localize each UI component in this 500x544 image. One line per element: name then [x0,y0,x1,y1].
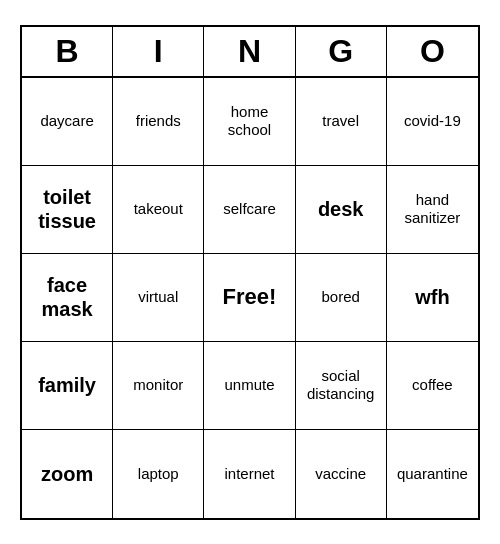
bingo-header-letter: G [296,27,387,76]
bingo-cell: wfh [387,254,478,342]
bingo-cell: unmute [204,342,295,430]
bingo-header: BINGO [22,27,478,78]
bingo-cell: internet [204,430,295,518]
bingo-cell: family [22,342,113,430]
bingo-cell: coffee [387,342,478,430]
bingo-header-letter: O [387,27,478,76]
bingo-cell: hand sanitizer [387,166,478,254]
bingo-header-letter: I [113,27,204,76]
bingo-cell: zoom [22,430,113,518]
bingo-header-letter: N [204,27,295,76]
bingo-cell: face mask [22,254,113,342]
bingo-cell: travel [296,78,387,166]
bingo-cell: laptop [113,430,204,518]
bingo-cell: vaccine [296,430,387,518]
bingo-cell: virtual [113,254,204,342]
bingo-cell: takeout [113,166,204,254]
bingo-header-letter: B [22,27,113,76]
bingo-grid: daycarefriendshome schooltravelcovid-19t… [22,78,478,518]
bingo-cell: toilet tissue [22,166,113,254]
bingo-cell: monitor [113,342,204,430]
bingo-cell: quarantine [387,430,478,518]
bingo-card: BINGO daycarefriendshome schooltravelcov… [20,25,480,520]
bingo-cell: daycare [22,78,113,166]
bingo-cell: Free! [204,254,295,342]
bingo-cell: selfcare [204,166,295,254]
bingo-cell: bored [296,254,387,342]
bingo-cell: friends [113,78,204,166]
bingo-cell: covid-19 [387,78,478,166]
bingo-cell: home school [204,78,295,166]
bingo-cell: social distancing [296,342,387,430]
bingo-cell: desk [296,166,387,254]
